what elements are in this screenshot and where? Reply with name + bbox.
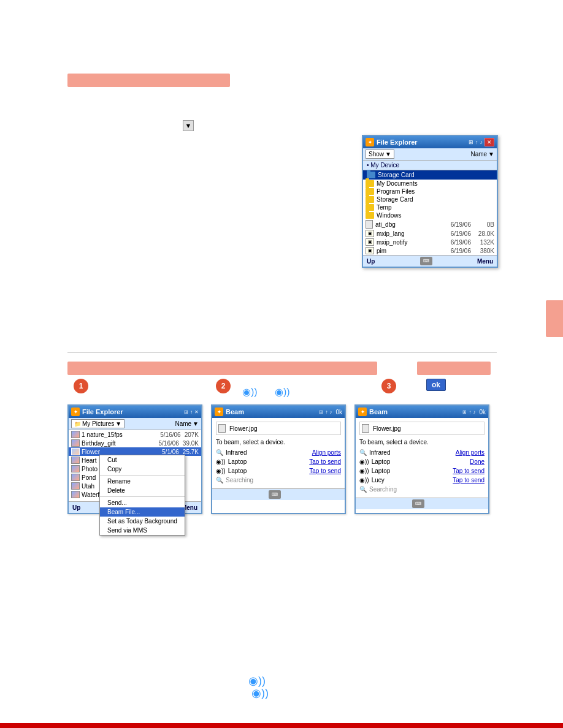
titlebar-left: ✦ Beam: [215, 408, 244, 416]
beam-device-row[interactable]: ◉)) Laptop Tap to send: [216, 466, 341, 476]
context-menu-beam-file[interactable]: Beam File...: [100, 507, 185, 517]
show-button[interactable]: Show ▼: [366, 150, 394, 159]
my-device-label: • My Device: [367, 162, 399, 169]
file-icon: ▣: [366, 247, 374, 254]
menu-separator: [100, 496, 185, 497]
beam-device-row[interactable]: ◉)) Laptop Tap to send: [216, 457, 341, 466]
folder-icon-small: 📁: [74, 421, 81, 427]
close-button[interactable]: ✕: [484, 138, 494, 146]
file-date: 6/19/06: [451, 248, 471, 254]
device-name: Lucy: [372, 477, 385, 483]
photo-icon: [71, 448, 80, 455]
list-item[interactable]: ▣ pim 6/19/06 380K: [363, 246, 497, 255]
device-name: Laptop: [228, 458, 247, 465]
infrared-icon: 🔍: [216, 449, 223, 456]
file-size: 25.7K: [183, 449, 199, 455]
wifi-icon: ⊞: [319, 409, 323, 415]
device-name: Laptop: [372, 458, 391, 465]
name-sort-label: Name: [175, 420, 191, 427]
chevron-down-icon: ▼: [185, 122, 192, 129]
beam-signal-arrow-1: ◉)): [242, 386, 258, 398]
list-item[interactable]: ▣ mxip_notify 6/19/06 132K: [363, 238, 497, 246]
folder-name: Temp: [377, 204, 494, 211]
ok-button[interactable]: ok: [426, 379, 446, 391]
tap-to-send-link[interactable]: Tap to send: [453, 477, 484, 483]
context-menu-send-mms[interactable]: Send via MMS: [100, 526, 185, 535]
device-name: Infrared: [369, 449, 390, 456]
list-item[interactable]: Temp: [363, 203, 497, 211]
beam-device-row[interactable]: ◉)) Lucy Tap to send: [359, 476, 484, 485]
laptop-icon: ◉)): [359, 468, 369, 474]
list-item[interactable]: ▣ mxip_lang 6/19/06 28.0K: [363, 229, 497, 238]
keyboard-icon[interactable]: ⌨: [420, 257, 432, 265]
folder-name: Windows: [377, 212, 494, 219]
up-button[interactable]: Up: [367, 258, 375, 265]
file-size: 380K: [476, 248, 494, 254]
file-size: 207K: [185, 431, 199, 438]
beam-file-name: Flower.jpg: [373, 425, 401, 432]
ok-label[interactable]: 0k: [335, 409, 342, 415]
signal-icon: ↑: [325, 409, 327, 415]
context-menu-copy[interactable]: Copy: [100, 464, 185, 474]
list-item[interactable]: ati_dbg 6/19/06 0B: [363, 219, 497, 229]
name-sort-label: Name: [470, 151, 487, 157]
folder-dropdown[interactable]: 📁 My Pictures ▼: [71, 419, 124, 428]
beam-device-row[interactable]: 🔍 Infrared Align ports: [216, 448, 341, 457]
wifi-icon: ⊞: [184, 409, 188, 415]
align-ports-link[interactable]: Align ports: [312, 449, 341, 456]
list-item[interactable]: Windows: [363, 211, 497, 219]
list-item[interactable]: Birthday_gift 5/16/06 39.0K: [69, 439, 201, 447]
folder-icon: [367, 172, 375, 178]
keyboard-icon[interactable]: ⌨: [412, 499, 424, 508]
titlebar-left: ✦ File Explorer: [71, 408, 123, 416]
context-menu-rename[interactable]: Rename: [100, 477, 185, 486]
my-device-breadcrumb[interactable]: • My Device: [363, 161, 497, 170]
dropdown-button[interactable]: ▼: [183, 120, 194, 131]
context-menu-delete[interactable]: Delete: [100, 486, 185, 495]
file-date: 5/16/06: [160, 431, 180, 438]
show-arrow-icon: ▼: [385, 151, 391, 157]
file-explorer-window-top: ✦ File Explorer ⊞ ↑ ♪ ✕ Show ▼ Name ▼ • …: [362, 135, 498, 268]
windows-logo-icon: ✦: [215, 408, 223, 416]
up-button[interactable]: Up: [72, 504, 80, 511]
bottom-beam-arrow-1: ◉)): [248, 674, 266, 688]
context-menu-send[interactable]: Send...: [100, 498, 185, 507]
align-ports-link[interactable]: Align ports: [456, 449, 484, 456]
menu-button[interactable]: Menu: [477, 258, 493, 265]
name-sort-button[interactable]: Name ▼: [470, 151, 494, 157]
beam-device-row[interactable]: 🔍 Infrared Align ports: [359, 448, 484, 457]
keyboard-icon[interactable]: ⌨: [269, 490, 281, 499]
statusbar: Up ⌨ Menu: [363, 255, 497, 267]
name-sort-button[interactable]: Name ▼: [175, 420, 199, 427]
context-menu-set-today[interactable]: Set as Today Background: [100, 517, 185, 526]
beam-device-row: 🔍 Searching: [216, 476, 341, 485]
photo-icon: [71, 457, 80, 464]
search-icon: 🔍: [216, 477, 223, 483]
tap-to-send-link[interactable]: Tap to send: [309, 458, 341, 465]
list-item[interactable]: 1 nature_15fps 5/16/06 207K: [69, 430, 201, 439]
step-1-label: 1: [79, 382, 83, 390]
list-item[interactable]: Storage Card: [363, 195, 497, 203]
beam-file-row: Flower.jpg: [216, 422, 341, 435]
titlebar: ✦ Beam ⊞ ↑ ♪ 0k: [212, 406, 345, 418]
beam-device-left: 🔍 Infrared: [216, 449, 247, 456]
list-item[interactable]: My Documents: [363, 180, 497, 188]
tap-to-send-link[interactable]: Tap to send: [309, 468, 341, 474]
file-date: 6/19/06: [451, 230, 471, 237]
tap-to-send-link[interactable]: Tap to send: [453, 468, 484, 474]
beam-signal-arrow-2: ◉)): [275, 386, 290, 398]
storage-card-item[interactable]: Storage Card: [363, 170, 497, 180]
list-item[interactable]: Program Files: [363, 188, 497, 195]
signal-icon: ↑: [190, 409, 193, 415]
statusbar: Up ⌨ Menu: [356, 498, 488, 509]
beam-device-row[interactable]: ◉)) Laptop Done: [359, 457, 484, 466]
done-link[interactable]: Done: [470, 458, 484, 465]
name-sort-arrow-icon: ▼: [193, 420, 199, 427]
file-name: ati_dbg: [375, 221, 448, 228]
beam-file-name: Flower.jpg: [229, 425, 258, 432]
beam-content: Flower.jpg To beam, select a device. 🔍 I…: [356, 418, 488, 498]
beam-window-2: ✦ Beam ⊞ ↑ ♪ 0k Flower.jpg To beam, sele…: [354, 404, 489, 514]
ok-label[interactable]: 0k: [479, 409, 486, 415]
beam-device-row[interactable]: ◉)) Laptop Tap to send: [359, 466, 484, 476]
context-menu-cut[interactable]: Cut: [100, 455, 185, 464]
